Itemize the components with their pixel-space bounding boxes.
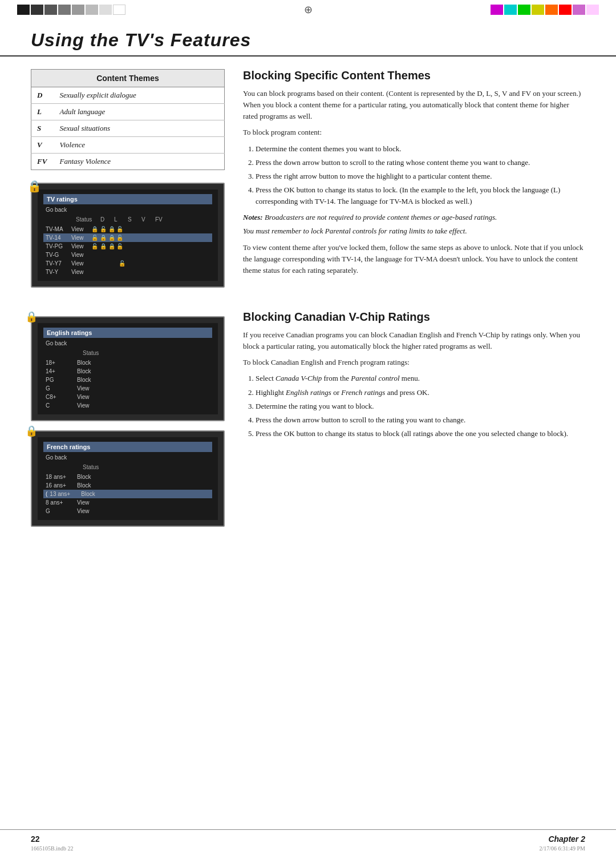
tv-g-row: TV-G View xyxy=(43,251,212,259)
fr-16-status: Block xyxy=(77,482,91,489)
theme-description: Violence xyxy=(54,137,225,154)
french-ratings-inner: French ratings Go back Status 18 ans+ Bl… xyxy=(38,437,218,520)
french-ratings-title: French ratings xyxy=(43,442,212,452)
note1-text: Broadcasters are not required to provide… xyxy=(265,213,497,221)
lock-icon-tv: 🔒 xyxy=(27,179,42,193)
fr-row-g: G View xyxy=(43,507,212,515)
fr-row-18: 18 ans+ Block xyxy=(43,473,212,481)
tv-14-status: View xyxy=(71,235,91,241)
right-column-section2: Blocking Canadian V-Chip Ratings If you … xyxy=(243,310,585,536)
eng-row-c: C View xyxy=(43,401,212,410)
color-block-r4 xyxy=(532,5,544,15)
color-block-r7 xyxy=(573,5,585,15)
right-color-blocks xyxy=(491,5,599,15)
page-footer: 22 Chapter 2 xyxy=(0,829,616,844)
tv-pg-row: TV-PG View 🔓 🔒 🔒 🔓 xyxy=(43,242,212,251)
note1-label: Notes: xyxy=(243,213,263,221)
tv-ma-row: TV-MA View 🔒 🔓 🔒 🔓 xyxy=(43,225,212,233)
tv-y-status: View xyxy=(71,269,91,275)
eng-row-pg: PG Block xyxy=(43,376,212,384)
fr-g-label: G xyxy=(46,508,77,514)
content-themes-heading: Content Themes xyxy=(31,70,225,87)
section2-steps: Select Canada V-Chip from the Parental c… xyxy=(243,373,585,439)
tv-pg-icons: 🔓 🔒 🔒 🔓 xyxy=(91,243,123,249)
fr-row-13: ( 13 ans+ Block xyxy=(43,490,212,498)
eng-14-status: Block xyxy=(77,368,91,374)
section1-layout: Content Themes DSexually explicit dialog… xyxy=(0,69,616,300)
chapter-header: Using the TV's Features xyxy=(0,19,616,57)
eng-row-g: G View xyxy=(43,384,212,393)
tv-ratings-go-back: Go back xyxy=(43,207,212,213)
theme-description: Sexual situations xyxy=(54,120,225,137)
section2-intro: If you receive Canadian programs you can… xyxy=(243,329,585,352)
color-block-2 xyxy=(31,5,43,15)
section2-to-block-label: To block Canadian English and French pro… xyxy=(243,357,585,368)
header-s: S xyxy=(128,216,137,223)
header-status-label: Status xyxy=(76,216,96,223)
table-row: FVFantasy Violence xyxy=(31,154,225,170)
eng-header-spacer xyxy=(46,350,83,356)
section1-step-2: Press the down arrow button to scroll to… xyxy=(256,157,585,168)
color-block-1 xyxy=(17,5,30,15)
color-block-r2 xyxy=(504,5,517,15)
color-block-r5 xyxy=(545,5,558,15)
left-color-blocks xyxy=(17,5,125,15)
right-column-section1: Blocking Specific Content Themes You can… xyxy=(243,69,585,300)
theme-code: FV xyxy=(31,154,54,170)
left-column: Content Themes DSexually explicit dialog… xyxy=(31,69,225,300)
fr-16-label: 16 ans+ xyxy=(46,482,77,489)
footer-filename: 1665105B.indb 22 xyxy=(31,845,73,852)
color-block-4 xyxy=(58,5,71,15)
color-block-8 xyxy=(113,5,125,15)
tv-ma-label: TV-MA xyxy=(46,226,71,232)
eng-pg-label: PG xyxy=(46,377,77,383)
header-l: L xyxy=(114,216,123,223)
theme-code: D xyxy=(31,87,54,104)
tv-ratings-screen-inner: TV ratings Go back Status D L S V FV TV-… xyxy=(38,189,218,281)
fr-18-label: 18 ans+ xyxy=(46,474,77,480)
note2: You must remember to lock Parental contr… xyxy=(243,225,585,237)
eng-g-label: G xyxy=(46,385,77,392)
eng-row-c8: C8+ View xyxy=(43,393,212,401)
eng-header-status: Status xyxy=(83,350,99,356)
tv-ratings-header: Status D L S V FV xyxy=(43,215,212,224)
header-v: V xyxy=(141,216,151,223)
eng-c-label: C xyxy=(46,402,77,409)
color-block-5 xyxy=(72,5,84,15)
tv-14-row: TV-14 View 🔓 🔒 🔒 🔓 xyxy=(43,233,212,242)
tv-ma-icons: 🔒 🔓 🔒 🔓 xyxy=(91,226,123,232)
color-block-r1 xyxy=(491,5,503,15)
eng-14-label: 14+ xyxy=(46,368,77,374)
eng-row-14: 14+ Block xyxy=(43,367,212,376)
tv-y-label: TV-Y xyxy=(46,269,71,275)
tv-ratings-title: TV ratings xyxy=(43,194,212,204)
tv-y7-status: View xyxy=(71,260,91,267)
section1-step-3: Press the right arrow button to move the… xyxy=(256,171,585,182)
lock-icon-french: 🔒 xyxy=(25,425,38,437)
section2-step-5: Press the OK button to change its status… xyxy=(256,428,585,439)
fr-header-spacer xyxy=(46,464,83,470)
french-go-back: Go back xyxy=(43,454,212,461)
section2-layout: 🔒 English ratings Go back Status 18+ Blo… xyxy=(0,300,616,546)
section1-intro: You can block programs based on their co… xyxy=(243,88,585,122)
color-block-6 xyxy=(86,5,98,15)
tv-y-row: TV-Y View xyxy=(43,268,212,276)
fr-header-status: Status xyxy=(83,464,99,470)
section1-steps: Determine the content themes you want to… xyxy=(243,143,585,208)
english-header: Status xyxy=(43,349,212,357)
french-ratings-screen: 🔒 French ratings Go back Status 18 ans+ … xyxy=(31,430,225,527)
section2-step-3: Determine the rating you want to block. xyxy=(256,401,585,412)
english-go-back: Go back xyxy=(43,340,212,346)
eng-18-label: 18+ xyxy=(46,360,77,366)
chapter-label: Chapter 2 xyxy=(548,834,585,844)
fr-13-status: Block xyxy=(81,491,95,497)
theme-code: V xyxy=(31,137,54,154)
eng-pg-status: Block xyxy=(77,377,91,383)
note-block-1: Notes: Broadcasters are not required to … xyxy=(243,212,585,237)
note1: Notes: Broadcasters are not required to … xyxy=(243,212,585,223)
color-block-r8 xyxy=(586,5,599,15)
tv-y7-icons: 🔓 xyxy=(119,260,125,267)
eng-18-status: Block xyxy=(77,360,91,366)
theme-description: Sexually explicit dialogue xyxy=(54,87,225,104)
content-themes-table: Content Themes DSexually explicit dialog… xyxy=(31,69,225,170)
